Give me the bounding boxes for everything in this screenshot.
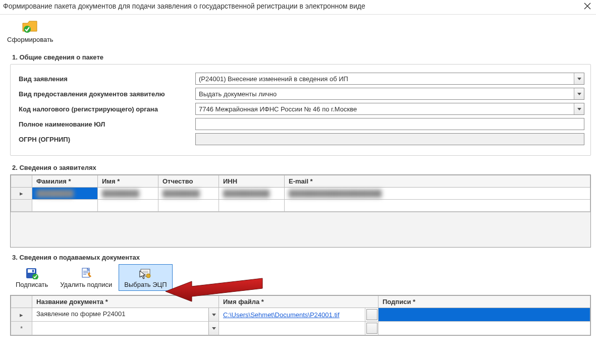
cell-signs[interactable] — [378, 308, 590, 322]
document-remove-icon — [79, 267, 94, 280]
svg-rect-5 — [32, 270, 34, 272]
col-patronymic[interactable]: Отчество — [158, 175, 219, 188]
cell-docname[interactable]: Заявление по форме Р24001 — [32, 308, 219, 322]
browse-button[interactable] — [366, 323, 377, 334]
cell-filename[interactable]: C:\Users\Sehmet\Documents\P24001.tif — [219, 308, 365, 322]
remove-signs-button-label: Удалить подписи — [60, 281, 112, 288]
sign-button-label: Подписать — [16, 281, 48, 288]
label-app-type: Вид заявления — [19, 75, 195, 83]
file-link[interactable]: C:\Users\Sehmet\Documents\P24001.tif — [223, 311, 340, 319]
close-icon[interactable] — [584, 3, 591, 10]
col-docname[interactable]: Название документа * — [32, 296, 219, 308]
col-lastname[interactable]: Фамилия * — [32, 175, 98, 188]
table-row[interactable]: ▸ Заявление по форме Р24001 C:\Users\Seh… — [11, 308, 590, 322]
documents-grid[interactable]: Название документа * Имя файла * Подписи… — [10, 295, 591, 336]
label-full-name: Полное наименование ЮЛ — [19, 120, 195, 128]
cell-filename[interactable] — [219, 322, 365, 335]
form-button-label: Сформировать — [7, 36, 53, 43]
cell-inn[interactable] — [219, 200, 285, 212]
table-row[interactable] — [11, 200, 590, 212]
cell-patronymic[interactable] — [158, 200, 219, 212]
applicants-corner — [11, 175, 32, 188]
dropdown-tax-code[interactable]: 7746 Межрайонная ИФНС России № 46 по г.М… — [195, 103, 584, 115]
cell-file-browse[interactable] — [365, 322, 378, 335]
table-row[interactable]: * — [11, 322, 590, 335]
dropdown-deliver-type-value: Выдать документы лично — [196, 90, 574, 98]
label-deliver-type: Вид предоставления документов заявителю — [19, 90, 195, 98]
col-filename[interactable]: Имя файла * — [219, 296, 378, 308]
section1-title: 1. Общие сведения о пакете — [12, 53, 591, 61]
sign-button[interactable]: Подписать — [10, 264, 53, 291]
form-button[interactable]: Сформировать — [7, 18, 53, 43]
cell-lastname[interactable]: ████████ — [32, 188, 98, 200]
chevron-down-icon[interactable] — [574, 73, 584, 84]
dropdown-app-type[interactable]: (Р24001) Внесение изменений в сведения о… — [195, 73, 584, 85]
select-ecp-button-label: Выбрать ЭЦП — [124, 281, 167, 288]
cell-email[interactable]: ████████████████████ — [285, 188, 590, 200]
select-ecp-button[interactable]: Выбрать ЭЦП — [119, 264, 172, 291]
cell-email[interactable] — [285, 200, 590, 212]
documents-corner — [11, 296, 32, 308]
table-row[interactable]: ▸ ████████ ████████ ████████ ██████████ … — [11, 188, 590, 200]
dropdown-tax-code-value: 7746 Межрайонная ИФНС России № 46 по г.М… — [196, 105, 574, 113]
applicants-grid[interactable]: Фамилия * Имя * Отчество ИНН E-mail * ▸ … — [10, 174, 591, 248]
cell-patronymic[interactable]: ████████ — [158, 188, 219, 200]
cell-lastname[interactable] — [32, 200, 98, 212]
label-ogrn: ОГРН (ОГРНИП) — [19, 136, 195, 143]
row-indicator-icon — [11, 200, 32, 212]
col-email[interactable]: E-mail * — [285, 175, 590, 188]
cell-signs[interactable] — [378, 322, 590, 335]
cell-docname[interactable] — [32, 322, 219, 335]
cell-firstname[interactable] — [98, 200, 158, 212]
dropdown-deliver-type[interactable]: Выдать документы лично — [195, 88, 584, 100]
browse-button[interactable] — [366, 309, 377, 320]
section3-title: 3. Сведения о подаваемых документах — [12, 254, 591, 261]
row-indicator-icon: ▸ — [11, 308, 32, 322]
input-ogrn[interactable] — [195, 133, 584, 145]
cell-file-browse[interactable] — [365, 308, 378, 322]
dropdown-app-type-value: (Р24001) Внесение изменений в сведения о… — [196, 75, 574, 83]
col-firstname[interactable]: Имя * — [98, 175, 158, 188]
new-row-icon: * — [11, 322, 32, 335]
chevron-down-icon[interactable] — [574, 88, 584, 99]
grid-empty-area — [11, 212, 590, 247]
window-title: Формирование пакета документов для подач… — [3, 2, 365, 10]
chevron-down-icon[interactable] — [208, 322, 219, 335]
row-indicator-icon: ▸ — [11, 188, 32, 200]
certificate-icon — [138, 267, 153, 280]
remove-signs-button[interactable]: Удалить подписи — [55, 264, 118, 291]
col-signs[interactable]: Подписи * — [378, 296, 590, 308]
label-tax-code: Код налогового (регистрирующего) органа — [19, 105, 195, 113]
chevron-down-icon[interactable] — [574, 103, 584, 114]
chevron-down-icon[interactable] — [208, 308, 219, 321]
section2-title: 2. Сведения о заявителях — [12, 164, 591, 171]
col-inn[interactable]: ИНН — [219, 175, 285, 188]
disk-check-icon — [24, 267, 39, 280]
folder-check-icon — [20, 18, 40, 35]
cell-firstname[interactable]: ████████ — [98, 188, 158, 200]
input-full-name[interactable] — [195, 118, 584, 130]
cell-inn[interactable]: ██████████ — [219, 188, 285, 200]
